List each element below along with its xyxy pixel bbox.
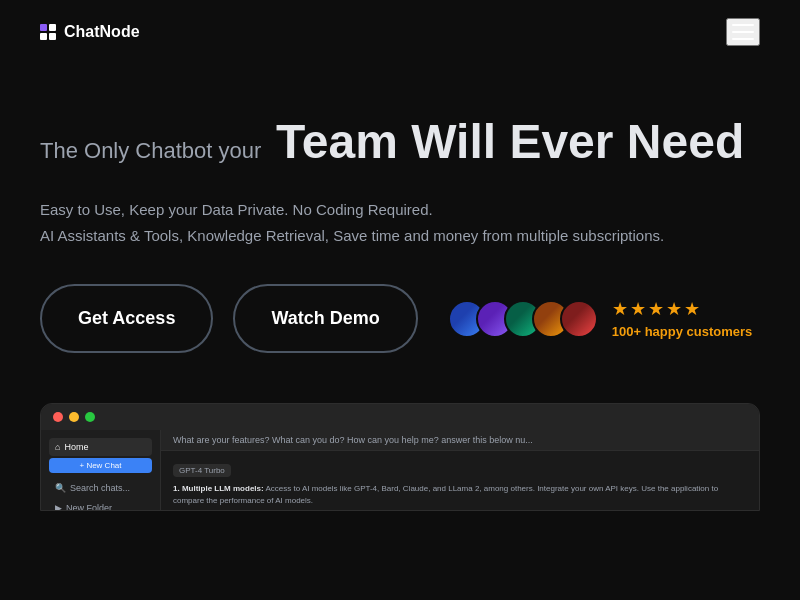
sidebar-item-new-folder[interactable]: ▶ New Folder [49,499,152,511]
avatar [560,300,598,338]
cta-row: Get Access Watch Demo ★ ★ ★ ★ ★ 100+ hap… [40,284,760,353]
chat-body: GPT-4 Turbo 1. Multiple LLM models: Acce… [161,451,759,511]
hero-desc-line1: Easy to Use, Keep your Data Private. No … [40,201,433,218]
customers-count: 100+ happy customers [612,324,753,339]
star-1: ★ [612,298,628,320]
logo-icon [40,24,56,40]
app-titlebar [41,404,759,430]
star-rating: ★ ★ ★ ★ ★ [612,298,753,320]
social-proof: ★ ★ ★ ★ ★ 100+ happy customers [448,298,753,339]
star-3: ★ [648,298,664,320]
folder-icon: ▶ [55,503,62,511]
star-5: ★ [684,298,700,320]
customer-avatars [448,300,598,338]
star-4: ★ [666,298,682,320]
logo[interactable]: ChatNode [40,23,140,41]
get-access-button[interactable]: Get Access [40,284,213,353]
watch-demo-button[interactable]: Watch Demo [233,284,417,353]
chat-text-title1: 1. Multiple LLM models: [173,484,264,493]
chat-text: 1. Multiple LLM models: Access to AI mod… [173,483,747,507]
chat-header: What are your features? What can you do?… [161,430,759,451]
traffic-light-green [85,412,95,422]
app-sidebar: ⌂ Home + New Chat 🔍 Search chats... ▶ Ne… [41,430,161,511]
hero-title: The Only Chatbot your Team Will Ever Nee… [40,114,760,169]
hero-section: The Only Chatbot your Team Will Ever Nee… [0,64,800,383]
hero-desc-line2: AI Assistants & Tools, Knowledge Retriev… [40,227,664,244]
search-icon: 🔍 [55,483,66,493]
star-2: ★ [630,298,646,320]
app-body: ⌂ Home + New Chat 🔍 Search chats... ▶ Ne… [41,430,759,511]
hamburger-menu-button[interactable] [726,18,760,46]
hero-main-title: Team Will Ever Need [276,115,744,168]
app-main: What are your features? What can you do?… [161,430,759,511]
navbar: ChatNode [0,0,800,64]
stars-wrapper: ★ ★ ★ ★ ★ 100+ happy customers [612,298,753,339]
hamburger-line-3 [732,38,754,40]
hero-subtitle: The Only Chatbot your [40,138,261,163]
home-icon: ⌂ [55,442,60,452]
hamburger-line-2 [732,31,754,33]
model-tag: GPT-4 Turbo [173,464,231,477]
traffic-light-yellow [69,412,79,422]
logo-text: ChatNode [64,23,140,41]
new-chat-button[interactable]: + New Chat [49,458,152,473]
hamburger-line-1 [732,24,754,26]
app-preview: ⌂ Home + New Chat 🔍 Search chats... ▶ Ne… [40,403,760,511]
search-chats[interactable]: 🔍 Search chats... [49,479,152,497]
sidebar-item-home[interactable]: ⌂ Home [49,438,152,456]
traffic-light-red [53,412,63,422]
hero-description: Easy to Use, Keep your Data Private. No … [40,197,720,248]
